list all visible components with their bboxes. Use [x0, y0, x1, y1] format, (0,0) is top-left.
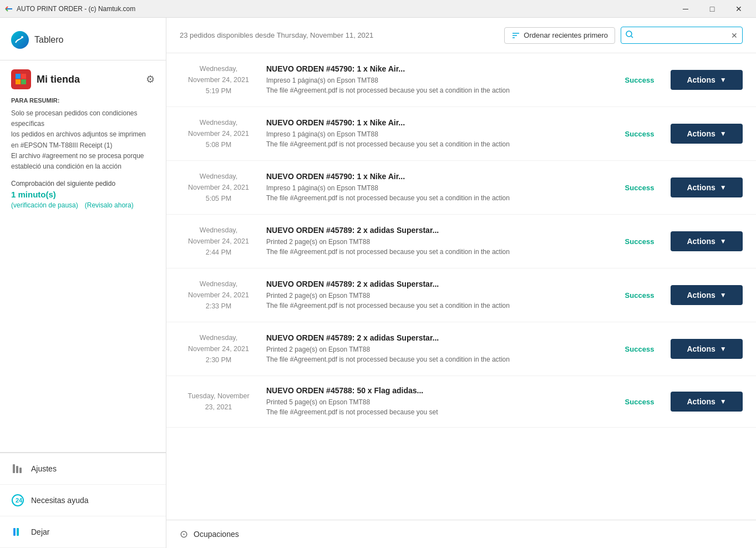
sidebar-item-dejar[interactable]: Dejar: [0, 516, 166, 548]
actions-button[interactable]: Actions ▼: [671, 70, 743, 90]
chevron-down-icon: ▼: [720, 130, 727, 138]
order-status: Success: [617, 291, 662, 300]
ajustes-icon: [11, 462, 24, 475]
order-date: Wednesday,November 24, 20212:33 PM: [180, 278, 257, 312]
search-icon-button[interactable]: [621, 27, 638, 43]
order-row: Wednesday,November 24, 20215:08 PM NUEVO…: [166, 107, 756, 161]
chevron-down-icon: ▼: [720, 398, 727, 405]
svg-line-19: [631, 36, 633, 38]
actions-label: Actions: [687, 344, 715, 353]
minimize-button[interactable]: ─: [673, 0, 698, 18]
order-status: Success: [617, 76, 662, 84]
actions-label: Actions: [687, 129, 715, 138]
order-desc: Printed 2 page(s) on Epson TMT88The file…: [266, 291, 608, 311]
order-status: Success: [617, 237, 662, 246]
order-row: Wednesday,November 24, 20212:33 PM NUEVO…: [166, 268, 756, 322]
order-details: NUEVO ORDEN #45790: 1 x Nike Air... Impr…: [266, 172, 608, 203]
order-desc: Printed 5 page(s) on Epson TMT88The file…: [266, 397, 608, 417]
actions-label: Actions: [687, 237, 715, 246]
topbar-right: Ordenar recientes primero ✕: [504, 27, 743, 44]
order-date: Wednesday,November 24, 20212:44 PM: [180, 225, 257, 258]
order-date: Tuesday, November23, 2021: [180, 390, 257, 413]
actions-button[interactable]: Actions ▼: [671, 177, 743, 197]
summary-line-1: Solo se procesan pedidos con condiciones…: [11, 109, 137, 128]
titlebar-left: AUTO PRINT ORDER - (c) Namtuk.com: [4, 4, 135, 13]
actions-label: Actions: [687, 183, 715, 192]
actions-label: Actions: [687, 397, 715, 406]
search-clear-button[interactable]: ✕: [727, 28, 742, 43]
chevron-down-icon: ▼: [720, 76, 727, 84]
svg-rect-13: [13, 528, 16, 536]
sort-button[interactable]: Ordenar recientes primero: [504, 27, 615, 44]
ayuda-icon: 24: [11, 494, 24, 507]
dejar-icon: [11, 525, 24, 539]
dashboard-label: Tablero: [34, 35, 63, 45]
pause-link[interactable]: (verificación de pausa): [11, 201, 78, 209]
titlebar: AUTO PRINT ORDER - (c) Namtuk.com ─ □ ✕: [0, 0, 756, 18]
order-date: Wednesday,November 24, 20212:30 PM: [180, 332, 257, 366]
svg-rect-4: [16, 79, 21, 84]
order-details: NUEVO ORDEN #45788: 50 x Flag adidas... …: [266, 386, 608, 417]
maximize-button[interactable]: □: [699, 0, 725, 18]
chevron-down-icon: ⊙: [180, 528, 188, 540]
order-status: Success: [617, 130, 662, 138]
store-name: Mi tienda: [37, 74, 80, 85]
order-desc: Impreso 1 página(s) on Epson TMT88The fi…: [266, 75, 608, 95]
sidebar-item-ajustes[interactable]: Ajustes: [0, 453, 166, 485]
order-title: NUEVO ORDEN #45790: 1 x Nike Air...: [266, 172, 608, 181]
actions-button[interactable]: Actions ▼: [671, 392, 743, 412]
svg-rect-14: [17, 528, 19, 536]
office-icon: [11, 69, 31, 89]
actions-button[interactable]: Actions ▼: [671, 339, 743, 359]
chevron-down-icon: ▼: [720, 237, 727, 245]
sidebar-bottom: Ajustes 24 Necesitas ayuda: [0, 453, 166, 548]
order-row: Wednesday,November 24, 20212:44 PM NUEVO…: [166, 215, 756, 268]
dashboard-item[interactable]: Tablero: [11, 29, 155, 51]
store-header: Mi tienda ⚙: [11, 69, 155, 89]
app-icon: [4, 4, 13, 13]
search-input[interactable]: [638, 28, 727, 43]
order-title: NUEVO ORDEN #45789: 2 x adidas Superstar…: [266, 226, 608, 235]
svg-rect-10: [19, 468, 22, 473]
order-details: NUEVO ORDEN #45789: 2 x adidas Superstar…: [266, 226, 608, 257]
dejar-label: Dejar: [31, 527, 49, 536]
titlebar-controls: ─ □ ✕: [673, 0, 752, 18]
order-row: Wednesday,November 24, 20212:30 PM NUEVO…: [166, 322, 756, 376]
store-section: Mi tienda ⚙ PARA RESUMIR: Solo se proces…: [0, 60, 166, 453]
chevron-down-icon: ▼: [720, 184, 727, 191]
main-content: 23 pedidos disponibles desde Thursday, N…: [166, 18, 756, 548]
svg-rect-6: [16, 74, 21, 79]
close-button[interactable]: ✕: [726, 0, 752, 18]
chevron-down-icon: ▼: [720, 291, 727, 299]
order-date: Wednesday,November 24, 20215:05 PM: [180, 171, 257, 204]
order-title: NUEVO ORDEN #45788: 50 x Flag adidas...: [266, 386, 608, 395]
order-date: Wednesday,November 24, 20215:08 PM: [180, 117, 257, 150]
actions-button[interactable]: Actions ▼: [671, 285, 743, 305]
order-details: NUEVO ORDEN #45790: 1 x Nike Air... Impr…: [266, 118, 608, 149]
order-row: Wednesday,November 24, 20215:19 PM NUEVO…: [166, 53, 756, 107]
order-title: NUEVO ORDEN #45790: 1 x Nike Air...: [266, 118, 608, 127]
svg-rect-5: [21, 79, 26, 84]
order-title: NUEVO ORDEN #45790: 1 x Nike Air...: [266, 64, 608, 73]
summary-text: Solo se procesan pedidos con condiciones…: [11, 108, 155, 172]
gear-icon[interactable]: ⚙: [146, 73, 155, 85]
actions-button[interactable]: Actions ▼: [671, 124, 743, 144]
topbar: 23 pedidos disponibles desde Thursday, N…: [166, 18, 756, 53]
sidebar-item-ayuda[interactable]: 24 Necesitas ayuda: [0, 485, 166, 516]
ajustes-label: Ajustes: [31, 464, 57, 473]
footer-ocupaciones[interactable]: ⊙ Ocupaciones: [166, 520, 756, 548]
search-box: ✕: [621, 27, 743, 44]
order-details: NUEVO ORDEN #45789: 2 x adidas Superstar…: [266, 280, 608, 311]
review-link[interactable]: (Revisalo ahora): [85, 201, 134, 209]
sidebar: Tablero Mi tienda ⚙: [0, 18, 166, 548]
store-header-left: Mi tienda: [11, 69, 80, 89]
order-details: NUEVO ORDEN #45789: 2 x adidas Superstar…: [266, 333, 608, 364]
check-label: Comprobación del siguiente pedido: [11, 180, 155, 187]
actions-button[interactable]: Actions ▼: [671, 231, 743, 251]
svg-point-18: [626, 31, 632, 37]
sidebar-top: Tablero: [0, 18, 166, 60]
order-desc: Impreso 1 página(s) on Epson TMT88The fi…: [266, 183, 608, 203]
footer-label: Ocupaciones: [194, 530, 239, 539]
sort-icon: [511, 31, 520, 40]
chevron-down-icon: ▼: [720, 345, 727, 353]
